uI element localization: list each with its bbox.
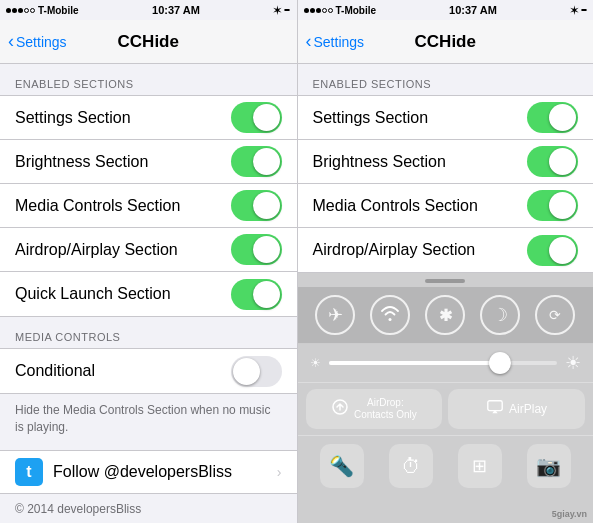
- toggle-knob: [549, 237, 576, 264]
- back-chevron-icon: ‹: [8, 32, 14, 50]
- clock-icon: ⏱: [401, 455, 421, 478]
- table-row[interactable]: Conditional: [0, 349, 297, 393]
- moon-icon: ☽: [492, 304, 508, 326]
- toggle-airdrop[interactable]: [231, 234, 282, 265]
- row-label: Media Controls Section: [313, 197, 478, 215]
- camera-icon: 📷: [536, 454, 561, 478]
- table-row[interactable]: Media Controls Section: [298, 184, 594, 228]
- calculator-button[interactable]: ⊞: [458, 444, 502, 488]
- time-right: 10:37 AM: [449, 4, 497, 16]
- toggle-knob: [253, 148, 280, 175]
- toggle-settings[interactable]: [231, 102, 282, 133]
- cc-airdrop-airplay-row: AirDrop:Contacts Only AirPlay: [298, 383, 594, 436]
- dot3: [18, 8, 23, 13]
- table-row[interactable]: Settings Section: [0, 96, 297, 140]
- airdrop-icon: [331, 398, 349, 420]
- toggle-knob: [253, 192, 280, 219]
- airplay-label: AirPlay: [509, 402, 547, 416]
- table-row[interactable]: Airdrop/Airplay Section: [0, 228, 297, 272]
- airdrop-button[interactable]: AirDrop:Contacts Only: [306, 389, 443, 429]
- toggle-airdrop-right[interactable]: [527, 235, 578, 266]
- toggle-knob: [253, 236, 280, 263]
- row-label: Media Controls Section: [15, 197, 180, 215]
- brightness-fill: [329, 361, 500, 365]
- row-label: Brightness Section: [313, 153, 446, 171]
- toggle-brightness-right[interactable]: [527, 146, 578, 177]
- bluetooth-icon-right: ✶: [570, 5, 578, 16]
- table-row[interactable]: Media Controls Section: [0, 184, 297, 228]
- bluetooth-button[interactable]: ✱: [425, 295, 465, 335]
- rotation-lock-icon: ⟳: [549, 307, 561, 323]
- row-label: Settings Section: [313, 109, 429, 127]
- cc-quick-launch-row: 🔦 ⏱ ⊞ 📷: [298, 436, 594, 496]
- right-back-button[interactable]: ‹ Settings: [306, 33, 365, 50]
- airplane-button[interactable]: ✈: [315, 295, 355, 335]
- table-row[interactable]: Brightness Section: [0, 140, 297, 184]
- enabled-sections-group-right: Settings Section Brightness Section Medi…: [298, 95, 594, 273]
- back-label-right: Settings: [314, 34, 365, 50]
- battery-icon-right: [581, 9, 587, 11]
- right-status-bar: T-Mobile 10:37 AM ✶: [298, 0, 594, 20]
- airdrop-label: AirDrop:Contacts Only: [354, 397, 417, 421]
- dot5: [30, 8, 35, 13]
- left-status-bar: T-Mobile 10:37 AM ✶: [0, 0, 297, 20]
- dot2: [12, 8, 17, 13]
- toggle-settings-right[interactable]: [527, 102, 578, 133]
- svg-rect-1: [488, 401, 502, 411]
- left-nav-title: CCHide: [118, 32, 179, 52]
- rotation-lock-button[interactable]: ⟳: [535, 295, 575, 335]
- flashlight-button[interactable]: 🔦: [320, 444, 364, 488]
- wifi-button[interactable]: [370, 295, 410, 335]
- camera-button[interactable]: 📷: [527, 444, 571, 488]
- toggle-knob: [549, 104, 576, 131]
- dot3: [316, 8, 321, 13]
- left-content: ENABLED SECTIONS Settings Section Bright…: [0, 64, 297, 523]
- carrier-right: T-Mobile: [336, 5, 377, 16]
- twitter-icon: t: [15, 458, 43, 486]
- carrier-left: T-Mobile: [38, 5, 79, 16]
- table-row[interactable]: Brightness Section: [298, 140, 594, 184]
- brightness-track[interactable]: [329, 361, 558, 365]
- airplay-button[interactable]: AirPlay: [448, 389, 585, 429]
- table-row[interactable]: Quick Launch Section: [0, 272, 297, 316]
- status-right-icons: ✶: [273, 5, 290, 16]
- right-status-icons: ✶: [570, 5, 587, 16]
- control-center-overlay: ✈ ✱ ☽ ⟳ ☀: [298, 273, 594, 523]
- row-label: Conditional: [15, 362, 95, 380]
- left-panel: T-Mobile 10:37 AM ✶ ‹ Settings CCHide EN…: [0, 0, 297, 523]
- row-label: Quick Launch Section: [15, 285, 171, 303]
- left-back-button[interactable]: ‹ Settings: [8, 33, 67, 50]
- left-nav-bar: ‹ Settings CCHide: [0, 20, 297, 64]
- moon-button[interactable]: ☽: [480, 295, 520, 335]
- wifi-icon: [380, 305, 400, 326]
- toggle-brightness[interactable]: [231, 146, 282, 177]
- clock-button[interactable]: ⏱: [389, 444, 433, 488]
- brightness-high-icon: ☀: [565, 352, 581, 374]
- toggle-knob: [253, 104, 280, 131]
- enabled-sections-header-right: ENABLED SECTIONS: [298, 64, 594, 95]
- toggle-media-right[interactable]: [527, 190, 578, 221]
- cc-handle-bar: [425, 279, 465, 283]
- watermark: 5giay.vn: [552, 509, 587, 519]
- toggle-quicklaunch[interactable]: [231, 279, 282, 310]
- toggle-knob: [233, 358, 260, 385]
- media-controls-header: MEDIA CONTROLS: [0, 317, 297, 348]
- dot1: [6, 8, 11, 13]
- enabled-sections-group-left: Settings Section Brightness Section Medi…: [0, 95, 297, 317]
- follow-label: Follow @developersBliss: [53, 463, 267, 481]
- left-status-left: T-Mobile: [6, 5, 79, 16]
- table-row[interactable]: Airdrop/Airplay Section: [298, 228, 594, 272]
- row-label: Airdrop/Airplay Section: [15, 241, 178, 259]
- table-row[interactable]: Settings Section: [298, 96, 594, 140]
- toggle-media[interactable]: [231, 190, 282, 221]
- dot2: [310, 8, 315, 13]
- back-label-left: Settings: [16, 34, 67, 50]
- airplay-icon: [486, 398, 504, 420]
- bluetooth-btn-icon: ✱: [439, 306, 452, 325]
- bluetooth-icon: ✶: [273, 5, 281, 16]
- follow-twitter-row[interactable]: t Follow @developersBliss ›: [0, 450, 297, 494]
- toggle-conditional[interactable]: [231, 356, 282, 387]
- flashlight-icon: 🔦: [329, 454, 354, 478]
- battery-icon: [284, 9, 290, 11]
- time-left: 10:37 AM: [152, 4, 200, 16]
